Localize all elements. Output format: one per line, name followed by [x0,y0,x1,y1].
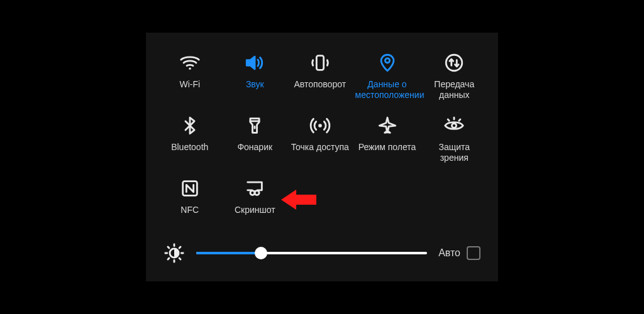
brightness-slider[interactable] [196,247,427,259]
tile-label: Автоповорот [294,79,346,90]
tile-bluetooth[interactable]: Bluetooth [160,113,220,165]
svg-line-10 [459,119,460,121]
tile-flashlight[interactable]: Фонарик [225,113,286,165]
tile-hotspot[interactable]: Точка доступа [290,113,350,165]
bluetooth-icon [177,113,203,138]
tile-sound[interactable]: Звук [225,50,286,102]
tile-airplane[interactable]: Режим полета [355,113,419,165]
quick-settings-panel: Wi-Fi Звук Автоповорот [146,33,498,281]
location-pin-icon [375,50,400,75]
tile-autorotate[interactable]: Автоповорот [290,50,350,102]
auto-label: Авто [438,247,460,259]
auto-brightness-toggle[interactable]: Авто [438,246,480,260]
brightness-icon [164,242,185,264]
tile-label: Bluetooth [171,142,208,153]
flashlight-icon [242,113,267,138]
tile-label: Данные о местоположении [355,79,419,100]
tile-nfc[interactable]: NFC [160,176,220,227]
tile-label: Фонарик [237,142,272,153]
tile-mobile-data[interactable]: Передача данных [425,50,485,102]
svg-line-23 [168,258,169,259]
wifi-icon [177,50,203,75]
volume-icon [242,50,267,75]
tile-eye-comfort[interactable]: Защита зрения [425,113,485,165]
screenshot-icon [242,176,267,201]
hotspot-icon [308,113,333,138]
slider-fill [196,252,261,254]
tile-label: Звук [246,79,264,90]
svg-line-22 [179,258,180,259]
tile-location[interactable]: Данные о местоположении [355,50,419,102]
tiles-grid: Wi-Fi Звук Автоповорот [160,50,484,227]
tile-label: Wi-Fi [179,79,200,90]
brightness-row: Авто [160,242,484,264]
nfc-icon [177,176,203,201]
svg-point-7 [452,123,457,127]
svg-point-0 [189,68,191,70]
tile-wifi[interactable]: Wi-Fi [160,50,220,102]
svg-point-3 [447,55,463,71]
airplane-icon [375,113,400,138]
svg-point-2 [385,58,389,63]
svg-point-6 [318,124,322,127]
slider-thumb[interactable] [255,247,267,259]
svg-line-24 [179,247,180,248]
svg-line-9 [448,119,449,121]
tile-label: Защита зрения [425,142,485,163]
tile-label: Скриншот [235,205,275,215]
tile-label: NFC [180,205,199,215]
phone-rotate-icon [308,50,333,75]
tile-screenshot[interactable]: Скриншот [225,176,286,227]
data-transfer-icon [441,50,467,75]
svg-line-21 [168,247,169,248]
checkbox-icon [467,246,480,260]
svg-rect-1 [316,56,323,70]
tile-label: Точка доступа [291,142,349,153]
tile-label: Передача данных [425,79,485,100]
eye-icon [441,113,467,138]
tile-label: Режим полета [358,142,416,153]
